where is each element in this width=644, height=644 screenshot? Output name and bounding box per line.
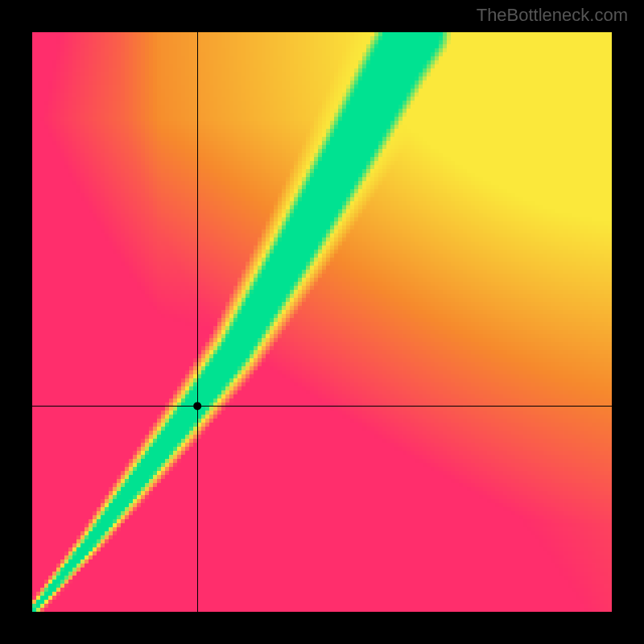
chart-outer-border (0, 0, 644, 644)
crosshair-horizontal (32, 406, 612, 407)
watermark-text: TheBottleneck.com (477, 5, 628, 26)
crosshair-vertical (197, 32, 198, 612)
bottleneck-heatmap (32, 32, 612, 612)
